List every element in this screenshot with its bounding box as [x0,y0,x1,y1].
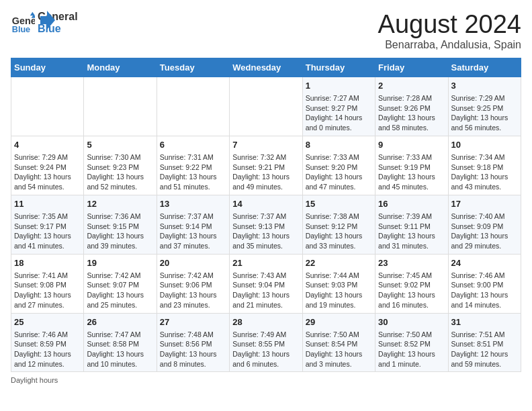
day-number: 3 [451,80,518,92]
day-info: Sunrise: 7:32 AM Sunset: 9:21 PM Dayligh… [232,152,299,192]
day-info: Sunrise: 7:43 AM Sunset: 9:04 PM Dayligh… [232,271,299,310]
day-info: Sunrise: 7:41 AM Sunset: 9:08 PM Dayligh… [14,271,81,310]
calendar-cell [84,77,157,136]
day-number: 2 [378,80,445,92]
day-number: 7 [232,139,299,151]
page-title: August 2024 [378,11,521,39]
day-info: Sunrise: 7:40 AM Sunset: 9:09 PM Dayligh… [451,212,518,251]
day-number: 12 [87,198,153,210]
day-info: Sunrise: 7:47 AM Sunset: 8:58 PM Dayligh… [87,330,153,369]
calendar-cell: 3Sunrise: 7:29 AM Sunset: 9:25 PM Daylig… [448,77,521,136]
day-number: 23 [378,257,445,269]
day-info: Sunrise: 7:29 AM Sunset: 9:25 PM Dayligh… [451,93,518,133]
day-info: Sunrise: 7:30 AM Sunset: 9:23 PM Dayligh… [87,152,153,192]
svg-marker-4 [40,11,55,30]
calendar-cell: 10Sunrise: 7:34 AM Sunset: 9:18 PM Dayli… [448,136,521,195]
calendar-cell: 29Sunrise: 7:50 AM Sunset: 8:54 PM Dayli… [302,313,375,372]
calendar-cell: 4Sunrise: 7:29 AM Sunset: 9:24 PM Daylig… [11,136,84,195]
day-info: Sunrise: 7:44 AM Sunset: 9:03 PM Dayligh… [306,271,372,310]
footer: Daylight hours [11,376,521,384]
day-number: 22 [306,257,372,269]
calendar-day-header: Monday [84,58,157,77]
day-number: 31 [451,316,518,328]
calendar-cell: 30Sunrise: 7:50 AM Sunset: 8:52 PM Dayli… [375,313,448,372]
calendar-cell: 13Sunrise: 7:37 AM Sunset: 9:14 PM Dayli… [157,195,229,254]
calendar-day-header: Sunday [11,58,84,77]
logo-icon: General Blue [11,11,35,35]
title-block: August 2024 Benarraba, Andalusia, Spain [378,11,521,51]
calendar-cell: 14Sunrise: 7:37 AM Sunset: 9:13 PM Dayli… [230,195,302,254]
logo: General Blue General Blue [11,11,55,35]
day-info: Sunrise: 7:37 AM Sunset: 9:14 PM Dayligh… [160,212,226,251]
day-info: Sunrise: 7:33 AM Sunset: 9:19 PM Dayligh… [378,152,445,192]
calendar-cell: 20Sunrise: 7:42 AM Sunset: 9:06 PM Dayli… [157,254,229,313]
svg-text:General: General [12,15,35,26]
calendar-cell: 24Sunrise: 7:46 AM Sunset: 9:00 PM Dayli… [448,254,521,313]
day-info: Sunrise: 7:46 AM Sunset: 9:00 PM Dayligh… [451,271,518,310]
day-info: Sunrise: 7:50 AM Sunset: 8:52 PM Dayligh… [378,330,445,369]
calendar-week-row: 11Sunrise: 7:35 AM Sunset: 9:17 PM Dayli… [11,195,521,254]
calendar-cell: 8Sunrise: 7:33 AM Sunset: 9:20 PM Daylig… [302,136,375,195]
calendar-cell: 9Sunrise: 7:33 AM Sunset: 9:19 PM Daylig… [375,136,448,195]
day-info: Sunrise: 7:33 AM Sunset: 9:20 PM Dayligh… [306,152,372,192]
day-number: 20 [160,257,226,269]
day-number: 29 [306,316,372,328]
calendar-week-row: 18Sunrise: 7:41 AM Sunset: 9:08 PM Dayli… [11,254,521,313]
day-info: Sunrise: 7:35 AM Sunset: 9:17 PM Dayligh… [14,212,81,251]
calendar-cell: 22Sunrise: 7:44 AM Sunset: 9:03 PM Dayli… [302,254,375,313]
day-number: 9 [378,139,445,151]
calendar-header-row: SundayMondayTuesdayWednesdayThursdayFrid… [11,58,521,77]
day-number: 13 [160,198,226,210]
calendar-cell: 7Sunrise: 7:32 AM Sunset: 9:21 PM Daylig… [230,136,302,195]
day-number: 28 [232,316,299,328]
day-number: 18 [14,257,81,269]
calendar-cell: 17Sunrise: 7:40 AM Sunset: 9:09 PM Dayli… [448,195,521,254]
day-info: Sunrise: 7:51 AM Sunset: 8:51 PM Dayligh… [451,330,518,369]
calendar-day-header: Tuesday [157,58,229,77]
day-info: Sunrise: 7:49 AM Sunset: 8:55 PM Dayligh… [232,330,299,369]
day-info: Sunrise: 7:28 AM Sunset: 9:26 PM Dayligh… [378,93,445,133]
day-info: Sunrise: 7:38 AM Sunset: 9:12 PM Dayligh… [306,212,372,251]
day-number: 14 [232,198,299,210]
day-info: Sunrise: 7:29 AM Sunset: 9:24 PM Dayligh… [14,152,81,192]
calendar-cell: 2Sunrise: 7:28 AM Sunset: 9:26 PM Daylig… [375,77,448,136]
calendar-cell: 16Sunrise: 7:39 AM Sunset: 9:11 PM Dayli… [375,195,448,254]
calendar-cell: 28Sunrise: 7:49 AM Sunset: 8:55 PM Dayli… [230,313,302,372]
day-info: Sunrise: 7:27 AM Sunset: 9:27 PM Dayligh… [306,93,372,133]
calendar-cell: 19Sunrise: 7:42 AM Sunset: 9:07 PM Dayli… [84,254,157,313]
day-number: 15 [306,198,372,210]
calendar-cell: 25Sunrise: 7:46 AM Sunset: 8:59 PM Dayli… [11,313,84,372]
logo-arrow-icon [40,11,55,30]
calendar-table: SundayMondayTuesdayWednesdayThursdayFrid… [11,58,521,373]
day-number: 19 [87,257,153,269]
calendar-cell: 23Sunrise: 7:45 AM Sunset: 9:02 PM Dayli… [375,254,448,313]
day-info: Sunrise: 7:42 AM Sunset: 9:06 PM Dayligh… [160,271,226,310]
calendar-cell [157,77,229,136]
day-info: Sunrise: 7:36 AM Sunset: 9:15 PM Dayligh… [87,212,153,251]
day-number: 17 [451,198,518,210]
day-number: 24 [451,257,518,269]
day-number: 4 [14,139,81,151]
calendar-cell: 6Sunrise: 7:31 AM Sunset: 9:22 PM Daylig… [157,136,229,195]
day-number: 6 [160,139,226,151]
calendar-cell: 18Sunrise: 7:41 AM Sunset: 9:08 PM Dayli… [11,254,84,313]
calendar-cell: 15Sunrise: 7:38 AM Sunset: 9:12 PM Dayli… [302,195,375,254]
day-number: 1 [306,80,372,92]
calendar-week-row: 1Sunrise: 7:27 AM Sunset: 9:27 PM Daylig… [11,77,521,136]
day-number: 27 [160,316,226,328]
day-number: 10 [451,139,518,151]
day-number: 25 [14,316,81,328]
calendar-cell [11,77,84,136]
calendar-cell: 12Sunrise: 7:36 AM Sunset: 9:15 PM Dayli… [84,195,157,254]
calendar-cell: 11Sunrise: 7:35 AM Sunset: 9:17 PM Dayli… [11,195,84,254]
day-info: Sunrise: 7:48 AM Sunset: 8:56 PM Dayligh… [160,330,226,369]
day-number: 5 [87,139,153,151]
svg-text:Blue: Blue [12,25,30,34]
calendar-day-header: Wednesday [230,58,302,77]
day-number: 30 [378,316,445,328]
calendar-day-header: Thursday [302,58,375,77]
calendar-day-header: Friday [375,58,448,77]
day-number: 26 [87,316,153,328]
calendar-cell: 21Sunrise: 7:43 AM Sunset: 9:04 PM Dayli… [230,254,302,313]
svg-marker-2 [30,12,35,15]
